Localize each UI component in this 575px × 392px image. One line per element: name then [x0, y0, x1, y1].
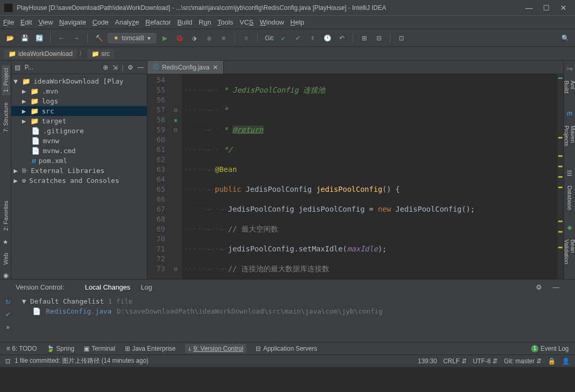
tool-bean[interactable]: Bean Validation — [562, 236, 576, 279]
web-icon[interactable]: ◉ — [3, 272, 8, 279]
status-icon[interactable]: ⊡ — [5, 358, 10, 365]
breadcrumb-item[interactable]: 📁 ideaWorkDownload — [4, 49, 77, 59]
hide-icon[interactable]: — — [137, 64, 144, 71]
ant-icon[interactable]: 🐜 — [566, 65, 573, 72]
tool-project[interactable]: 1: Project — [2, 65, 10, 95]
tab-java-ee[interactable]: ⊞ Java Enterprise — [125, 345, 176, 352]
git-branch[interactable]: Git: master ⇵ — [504, 358, 542, 365]
tree-item[interactable]: mpom.xml — [12, 156, 147, 166]
menu-navigate[interactable]: Navigate — [59, 18, 86, 26]
commit-icon[interactable]: ✔ — [5, 311, 10, 318]
project-tree[interactable]: ▼📁 ideaWorkDownload [Play ▶📁.mvn ▶📁logs … — [12, 74, 147, 279]
tool-ant[interactable]: Ant Build — [562, 77, 576, 105]
tab-app-servers[interactable]: ⊟ Application Servers — [256, 345, 317, 352]
database-icon[interactable]: ☰ — [567, 170, 572, 177]
editor-tab[interactable]: Ⓒ RedisConfig.java ✕ — [147, 61, 224, 74]
maximize-button[interactable]: ☐ — [543, 4, 550, 12]
hide-icon[interactable]: — — [553, 283, 559, 291]
menu-file[interactable]: File — [3, 18, 14, 26]
more-icon[interactable]: ⊡ — [396, 32, 407, 44]
tree-root[interactable]: ▼📁 ideaWorkDownload [Play — [12, 76, 147, 86]
run-icon[interactable]: ▶ — [159, 32, 171, 44]
tab-event-log[interactable]: 1 Event Log — [531, 345, 569, 352]
tab-spring[interactable]: 🍃 Spring — [47, 345, 75, 352]
open-icon[interactable]: 📂 — [4, 32, 16, 44]
toolbox-icon[interactable]: ⊟ — [373, 32, 385, 44]
gear-icon[interactable]: ⚙ — [128, 64, 133, 71]
file-encoding[interactable]: UTF-8 ⇵ — [473, 358, 498, 365]
gear-icon[interactable]: ⚙ — [536, 283, 542, 291]
tab-log[interactable]: Log — [141, 283, 152, 291]
lock-icon[interactable]: 🔒 — [548, 358, 556, 365]
caret-position[interactable]: 139:30 — [418, 358, 437, 365]
save-icon[interactable]: 💾 — [19, 32, 30, 44]
build-icon[interactable]: 🔨 — [93, 32, 105, 44]
attach-icon[interactable]: ⋔ — [240, 32, 252, 44]
profile-icon[interactable]: ◉ — [203, 32, 215, 44]
git-revert-icon[interactable]: ↶ — [336, 32, 348, 44]
menu-edit[interactable]: Edit — [20, 18, 32, 26]
minimize-button[interactable]: — — [525, 4, 533, 12]
maven-icon[interactable]: m — [567, 110, 572, 117]
tab-terminal[interactable]: ▣ Terminal — [84, 345, 115, 352]
tool-web[interactable]: Web — [2, 250, 10, 268]
menu-help[interactable]: Help — [290, 18, 304, 26]
menu-analyze[interactable]: Analyze — [115, 18, 139, 26]
tree-item[interactable]: 📄.gitignore — [12, 126, 147, 136]
collapse-icon[interactable]: ⇲ — [112, 64, 118, 71]
menu-tools[interactable]: Tools — [217, 18, 233, 26]
panel-title[interactable]: P... — [25, 64, 99, 71]
tree-scratches[interactable]: ▶⊚Scratches and Consoles — [12, 176, 147, 186]
menu-vcs[interactable]: VCS — [239, 18, 254, 26]
back-icon[interactable]: ← — [56, 32, 67, 44]
line-separator[interactable]: CRLF ⇵ — [443, 358, 467, 365]
search-icon[interactable]: 🔍 — [559, 32, 571, 44]
git-compare-icon[interactable]: ⬍ — [307, 32, 318, 44]
tree-item[interactable]: ▶📁.mvn — [12, 86, 147, 96]
tree-external[interactable]: ▶⊪External Libraries — [12, 166, 147, 176]
hector-icon[interactable]: 👤 — [562, 358, 570, 365]
gutter-icons[interactable]: ⊟ ◉ ⊟ ⊟ — [169, 74, 182, 279]
breadcrumb-item[interactable]: 📁 src — [87, 49, 114, 59]
tool-maven[interactable]: Maven Projects — [562, 122, 576, 165]
debug-icon[interactable]: 🐞 — [174, 32, 186, 44]
menu-refactor[interactable]: Refactor — [145, 18, 171, 26]
close-tab-icon[interactable]: ✕ — [213, 64, 218, 71]
tab-local-changes[interactable]: Local Changes — [85, 283, 131, 291]
bean-icon[interactable]: ◆ — [567, 224, 572, 231]
tool-database[interactable]: Database — [566, 182, 574, 213]
structure-icon[interactable]: ⊞ — [359, 32, 370, 44]
stop-icon[interactable]: ■ — [218, 32, 229, 44]
more-icon[interactable]: » — [6, 324, 10, 331]
tree-item[interactable]: ▶📁logs — [12, 96, 147, 106]
tree-item[interactable]: ▶📁target — [12, 116, 147, 126]
tree-item-src[interactable]: ▶📁src — [12, 106, 147, 116]
coverage-icon[interactable]: ⬗ — [189, 32, 200, 44]
code-editor[interactable]: 5455565758596061626364656667686970717273… — [147, 74, 564, 279]
menu-build[interactable]: Build — [177, 18, 192, 26]
tree-item[interactable]: 📄mvnw.cmd — [12, 146, 147, 156]
line-gutter[interactable]: 5455565758596061626364656667686970717273 — [147, 74, 169, 279]
project-view-icon[interactable]: ▤ — [15, 64, 20, 71]
refresh-icon[interactable]: ↻ — [5, 298, 10, 306]
changed-file[interactable]: 📄 RedisConfig.java D:\saveDownloadPath\i… — [18, 306, 573, 316]
run-config-selector[interactable]: ✷ tomcat8 ▾ — [108, 33, 156, 43]
tab-todo[interactable]: ≡ 6: TODO — [6, 345, 37, 352]
tool-structure[interactable]: 7: Structure — [2, 99, 10, 135]
changelist[interactable]: ▼ Default Changelist 1 file — [18, 296, 573, 306]
menu-run[interactable]: Run — [199, 18, 211, 26]
tree-item[interactable]: 📄mvnw — [12, 136, 147, 146]
git-history-icon[interactable]: 🕐 — [321, 32, 333, 44]
tab-vcs[interactable]: ⫰ 9: Version Control — [185, 344, 246, 353]
menu-window[interactable]: Window — [260, 18, 284, 26]
menu-view[interactable]: View — [38, 18, 53, 26]
close-button[interactable]: ✕ — [560, 4, 567, 12]
git-update-icon[interactable]: ↙ — [278, 32, 289, 44]
menu-code[interactable]: Code — [93, 18, 109, 26]
git-commit-icon[interactable]: ✔ — [292, 32, 304, 44]
forward-icon[interactable]: → — [71, 32, 82, 44]
star-icon[interactable]: ★ — [3, 238, 8, 246]
sync-icon[interactable]: 🔄 — [33, 32, 45, 44]
scope-icon[interactable]: ⊕ — [103, 64, 108, 71]
error-stripe[interactable] — [557, 74, 564, 279]
